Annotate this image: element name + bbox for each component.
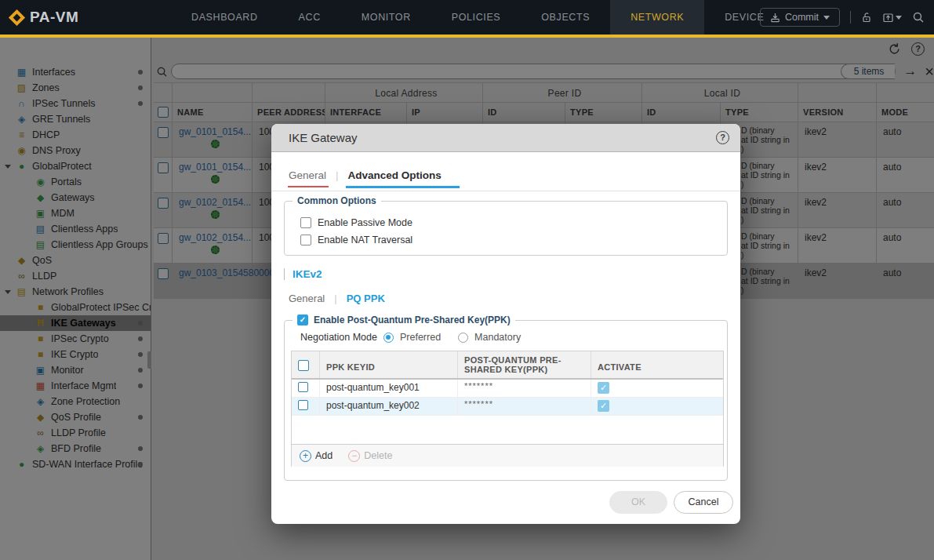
ppk-fieldset: ✓ Enable Post-Quantum Pre-Shared Key(PPK…	[284, 320, 728, 481]
config-export-button[interactable]	[882, 12, 902, 24]
nav-tab-dashboard[interactable]: DASHBOARD	[171, 0, 278, 35]
ppk-row-checkbox[interactable]	[298, 400, 308, 410]
tab-advanced-options[interactable]: Advanced Options	[348, 169, 442, 181]
chevron-down-icon	[896, 16, 902, 20]
cancel-button[interactable]: Cancel	[674, 491, 733, 514]
ppk-key-cell: *******	[458, 398, 591, 415]
ppk-keyid-cell: post-quantum_key001	[320, 380, 458, 397]
lock-open-icon[interactable]	[861, 12, 872, 24]
help-icon[interactable]: ?	[716, 131, 729, 144]
tab-general[interactable]: General	[289, 169, 326, 181]
nav-tab-objects[interactable]: OBJECTS	[521, 0, 610, 35]
ppk-activate-cell: ✓	[591, 380, 725, 397]
mandatory-label: Mandatory	[474, 332, 521, 343]
top-nav: PA-VM DASHBOARDACCMONITORPOLICIESOBJECTS…	[0, 0, 934, 35]
ikev2-subtabs: General | PQ PPK	[289, 293, 740, 304]
ppk-row-checkbox[interactable]	[298, 382, 308, 392]
ppk-keyid-cell: post-quantum_key002	[320, 398, 458, 415]
search-icon[interactable]	[912, 11, 925, 24]
ppk-table-header: PPK KEYID POST-QUANTUM PRE-SHARED KEY(PP…	[292, 351, 723, 380]
modal-title: IKE Gateway	[289, 131, 716, 144]
negotiation-mode-row: Negotiation Mode Preferred Mandatory	[300, 332, 727, 343]
modal-tabs: General | Advanced Options	[289, 166, 740, 184]
ike-version-heading: IKEv2	[284, 268, 740, 280]
commit-button[interactable]: Commit	[760, 8, 840, 27]
commit-icon	[770, 13, 780, 23]
minus-circle-icon: −	[348, 450, 360, 462]
ppk-table-body: post-quantum_key001*******✓post-quantum_…	[292, 380, 723, 416]
brand-name: PA-VM	[30, 9, 78, 26]
modal-buttons: OK Cancel	[609, 491, 733, 514]
delete-label: Delete	[364, 450, 392, 461]
ppk-select-all-checkbox[interactable]	[298, 360, 309, 371]
ppk-row[interactable]: post-quantum_key002*******✓	[292, 398, 723, 416]
ppk-col-key: POST-QUANTUM PRE-SHARED KEY(PPK)	[458, 351, 591, 378]
subtab-pq-ppk[interactable]: PQ PPK	[347, 293, 385, 304]
activate-checkbox[interactable]: ✓	[598, 400, 609, 412]
ppk-col-keyid: PPK KEYID	[320, 351, 458, 378]
subtab-general[interactable]: General	[289, 293, 325, 304]
negotiation-mode-label: Negotiation Mode	[300, 332, 377, 343]
enable-passive-mode-label: Enable Passive Mode	[318, 217, 412, 228]
ppk-table-empty-space	[292, 416, 723, 445]
common-options-fieldset: Common Options Enable Passive Mode Enabl…	[284, 201, 728, 256]
ppk-table-footer: + Add − Delete	[292, 445, 723, 467]
enable-passive-mode-checkbox[interactable]	[300, 217, 311, 228]
ppk-key-cell: *******	[458, 380, 591, 397]
ok-button[interactable]: OK	[609, 491, 667, 514]
mandatory-radio[interactable]	[458, 333, 468, 343]
nav-tab-network[interactable]: NETWORK	[610, 0, 704, 35]
nav-tabs: DASHBOARDACCMONITORPOLICIESOBJECTSNETWOR…	[171, 0, 784, 35]
activate-checkbox[interactable]: ✓	[598, 382, 609, 394]
nav-tab-policies[interactable]: POLICIES	[431, 0, 521, 35]
export-icon	[882, 12, 894, 24]
masked-key: *******	[464, 399, 493, 409]
preferred-label: Preferred	[400, 332, 441, 343]
enable-ppk-label: Enable Post-Quantum Pre-Shared Key(PPK)	[314, 315, 511, 325]
add-button[interactable]: + Add	[300, 450, 333, 462]
palo-alto-logo-icon	[9, 9, 25, 25]
ppk-checkbox-cell	[292, 380, 320, 397]
nav-tab-acc[interactable]: ACC	[278, 0, 341, 35]
ike-gateway-modal: IKE Gateway ? General | Advanced Options…	[271, 124, 740, 524]
modal-header: IKE Gateway ?	[271, 124, 740, 152]
chevron-down-icon	[823, 16, 830, 20]
enable-nat-traversal-checkbox[interactable]	[300, 235, 311, 245]
delete-button[interactable]: − Delete	[348, 450, 392, 462]
nav-tab-monitor[interactable]: MONITOR	[341, 0, 431, 35]
ppk-table: PPK KEYID POST-QUANTUM PRE-SHARED KEY(PP…	[291, 351, 724, 467]
common-options-legend: Common Options	[293, 195, 381, 206]
enable-ppk-checkbox[interactable]: ✓	[297, 315, 308, 325]
tab-separator: |	[336, 169, 339, 181]
subtab-separator: |	[334, 293, 336, 304]
commit-label: Commit	[785, 12, 819, 23]
nav-divider	[850, 11, 851, 24]
ppk-row[interactable]: post-quantum_key001*******✓	[292, 380, 723, 398]
masked-key: *******	[464, 381, 493, 391]
enable-nat-traversal-label: Enable NAT Traversal	[318, 235, 412, 245]
ppk-activate-cell: ✓	[591, 398, 725, 415]
add-label: Add	[315, 450, 333, 461]
ppk-checkbox-cell	[292, 398, 320, 415]
preferred-radio[interactable]	[383, 333, 394, 343]
nav-right: Commit	[760, 0, 925, 35]
plus-circle-icon: +	[300, 450, 311, 462]
ppk-col-activate: ACTIVATE	[591, 351, 725, 378]
brand: PA-VM	[0, 9, 157, 26]
